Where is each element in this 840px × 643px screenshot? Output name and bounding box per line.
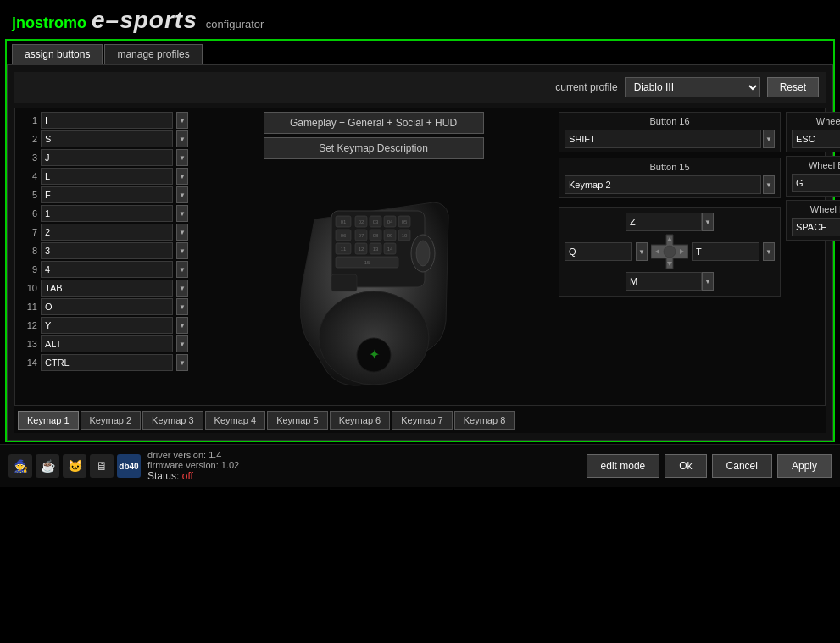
keymap-tab-keymap-2[interactable]: Keymap 2 (81, 411, 142, 430)
key-arrow-1[interactable]: ▼ (176, 112, 188, 129)
key-input-10[interactable] (41, 280, 173, 297)
tab-manage-profiles[interactable]: manage profiles (104, 44, 202, 64)
key-input-5[interactable] (41, 186, 173, 203)
device-image: 01 02 03 04 05 06 07 (281, 164, 467, 402)
button16-arrow[interactable]: ▼ (763, 130, 775, 148)
key-input-6[interactable] (41, 205, 173, 222)
key-arrow-7[interactable]: ▼ (176, 224, 188, 241)
main-container: assign buttons manage profiles current p… (5, 39, 835, 442)
key-arrow-14[interactable]: ▼ (176, 354, 188, 371)
wheel-down-input[interactable] (792, 218, 840, 236)
key-arrow-10[interactable]: ▼ (176, 280, 188, 297)
brand-name1: jnostromo (12, 14, 86, 32)
row-number: 6 (19, 208, 37, 219)
svg-point-38 (664, 246, 676, 258)
dpad-left-arrow[interactable]: ▼ (636, 242, 648, 261)
svg-text:12: 12 (358, 247, 364, 252)
footer-info: driver version: 1.4 firmware version: 1.… (147, 450, 580, 482)
key-arrow-4[interactable]: ▼ (176, 168, 188, 185)
button-row: 4 ▼ (19, 168, 188, 185)
edit-mode-button[interactable]: edit mode (587, 454, 660, 478)
key-input-8[interactable] (41, 242, 173, 259)
button15-input-row: ▼ (565, 175, 775, 194)
dpad-left-input[interactable] (565, 242, 632, 261)
key-input-9[interactable] (41, 261, 173, 278)
keymap-tab-keymap-5[interactable]: Keymap 5 (267, 411, 328, 430)
key-input-13[interactable] (41, 335, 173, 352)
button-row: 3 ▼ (19, 149, 188, 166)
key-arrow-6[interactable]: ▼ (176, 205, 188, 222)
key-input-4[interactable] (41, 168, 173, 185)
tab-assign-buttons[interactable]: assign buttons (12, 44, 103, 64)
footer-icon-4: 🖥 (90, 454, 114, 478)
key-input-2[interactable] (41, 130, 173, 147)
status-value: off (182, 470, 193, 482)
svg-text:15: 15 (364, 260, 370, 265)
keymap-tab-keymap-1[interactable]: Keymap 1 (18, 411, 79, 430)
dpad-right-input[interactable] (692, 242, 759, 261)
key-input-3[interactable] (41, 149, 173, 166)
keymap-description-button[interactable]: Gameplay + General + Social + HUD (264, 112, 484, 134)
dpad-bottom-arrow[interactable]: ▼ (702, 272, 714, 291)
button-row: 11 ▼ (19, 298, 188, 315)
keymap-tab-keymap-4[interactable]: Keymap 4 (205, 411, 266, 430)
status-label: Status: (147, 470, 179, 482)
dpad-bottom-input[interactable] (626, 272, 702, 291)
footer-icons: 🧙 ☕ 🐱 🖥 db40 (8, 454, 141, 478)
key-arrow-5[interactable]: ▼ (176, 186, 188, 203)
button16-input-row: ▼ (565, 130, 775, 148)
cancel-button[interactable]: Cancel (712, 454, 772, 478)
ok-button[interactable]: Ok (665, 454, 706, 478)
key-input-11[interactable] (41, 298, 173, 315)
dpad-section: ▼ ▼ (559, 207, 781, 297)
dpad-center[interactable] (651, 233, 688, 270)
key-arrow-13[interactable]: ▼ (176, 335, 188, 352)
key-arrow-12[interactable]: ▼ (176, 317, 188, 334)
key-input-14[interactable] (41, 354, 173, 371)
dpad-top-arrow[interactable]: ▼ (702, 213, 714, 231)
svg-text:10: 10 (401, 233, 407, 238)
wheel-up-input-row: ▼ (792, 130, 840, 148)
button15-input[interactable] (565, 175, 761, 194)
keymap-tab-keymap-6[interactable]: Keymap 6 (330, 411, 391, 430)
key-input-7[interactable] (41, 224, 173, 241)
button16-label: Button 16 (565, 116, 775, 126)
wheel-button-input[interactable] (792, 174, 840, 192)
buttons-col: Button 16 ▼ Button 15 ▼ (559, 112, 781, 402)
reset-button[interactable]: Reset (767, 77, 819, 97)
key-arrow-11[interactable]: ▼ (176, 298, 188, 315)
keymap-tab-keymap-3[interactable]: Keymap 3 (142, 411, 203, 430)
dpad-right-arrow[interactable]: ▼ (763, 242, 775, 261)
key-arrow-3[interactable]: ▼ (176, 149, 188, 166)
row-number: 4 (19, 171, 37, 181)
button16-input[interactable] (565, 130, 761, 148)
button-row: 5 ▼ (19, 186, 188, 203)
svg-text:11: 11 (340, 247, 346, 252)
key-arrow-8[interactable]: ▼ (176, 242, 188, 259)
button15-arrow[interactable]: ▼ (763, 175, 775, 194)
row-number: 1 (19, 115, 37, 125)
svg-text:02: 02 (358, 219, 364, 224)
wheel-up-input[interactable] (792, 130, 840, 148)
key-arrow-2[interactable]: ▼ (176, 130, 188, 147)
center-panel: Gameplay + General + Social + HUD Set Ke… (193, 112, 554, 402)
set-keymap-button[interactable]: Set Keymap Description (264, 137, 484, 159)
button-row: 8 ▼ (19, 242, 188, 259)
wheel-button-input-row: ▼ (792, 174, 840, 192)
dpad-top-input[interactable] (626, 213, 702, 231)
keymap-tab-keymap-8[interactable]: Keymap 8 (454, 411, 515, 430)
apply-button[interactable]: Apply (777, 454, 832, 478)
content-area: current profile Diablo III Reset 1 ▼ 2 ▼… (7, 64, 833, 441)
wheel-down-group: Wheel Down ▼ (786, 200, 840, 241)
keymap-tab-keymap-7[interactable]: Keymap 7 (392, 411, 453, 430)
profile-select[interactable]: Diablo III (625, 77, 760, 97)
row-number: 7 (19, 227, 37, 237)
key-input-1[interactable] (41, 112, 173, 129)
button-row: 9 ▼ (19, 261, 188, 278)
svg-text:✦: ✦ (368, 347, 379, 362)
button-row: 13 ▼ (19, 335, 188, 352)
key-arrow-9[interactable]: ▼ (176, 261, 188, 278)
svg-text:01: 01 (340, 219, 346, 224)
key-input-12[interactable] (41, 317, 173, 334)
wheel-up-group: Wheel Up ▼ (786, 112, 840, 152)
